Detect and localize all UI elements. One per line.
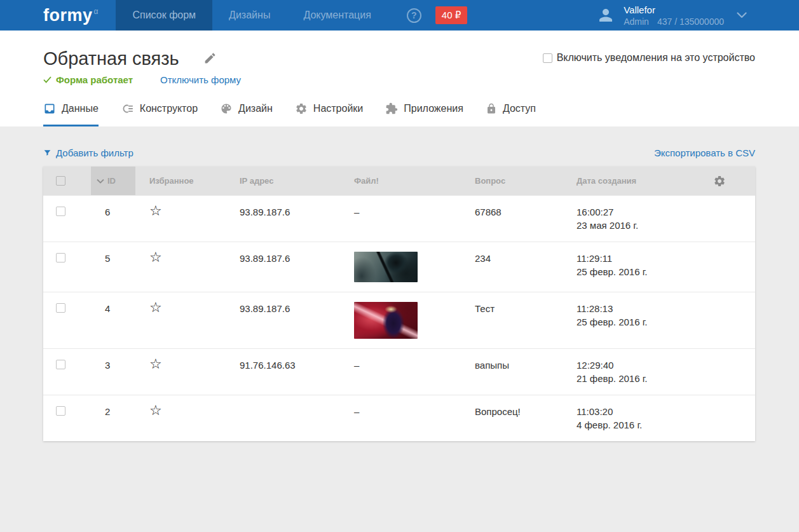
check-icon [43, 76, 51, 83]
cell-question: 67868 [461, 205, 563, 232]
nav-item-documentation[interactable]: Документация [287, 0, 387, 31]
header-col-label: Дата создания [577, 176, 636, 186]
cell-id: 6 [91, 205, 135, 232]
help-icon[interactable]: ? [407, 8, 421, 23]
user-sub: Admin 437 / 135000000 [624, 16, 724, 27]
row-checkbox-cell [43, 405, 91, 432]
header-col-file[interactable]: Файл! [340, 167, 461, 195]
row-checkbox[interactable] [56, 406, 65, 416]
columns-settings-gear-icon[interactable] [713, 175, 726, 188]
table-row[interactable]: 3 ☆ 91.76.146.63 – вапыпы 12:29:40 21 фе… [43, 348, 755, 395]
cell-date-text: 4 февр. 2016 г. [577, 418, 693, 432]
row-checkbox-cell [43, 205, 91, 232]
form-header: Обратная связь Включить уведомления на э… [0, 31, 799, 126]
cell-date-text: 21 февр. 2016 г. [577, 372, 693, 385]
cell-date: 11:29:11 25 февр. 2016 г. [563, 252, 693, 282]
header-col-label: Избранное [149, 176, 194, 186]
tab-applications[interactable]: Приложения [385, 93, 463, 126]
cell-ip: 91.76.146.63 [226, 358, 340, 385]
export-csv-link[interactable]: Экспортировать в CSV [654, 147, 755, 158]
table-row[interactable]: 5 ☆ 93.89.187.6 234 11:29:11 25 февр. 20… [43, 242, 755, 292]
favorite-star-icon[interactable]: ☆ [149, 302, 162, 313]
cell-ip: 93.89.187.6 [226, 302, 340, 339]
user-avatar-icon [596, 6, 615, 25]
add-filter-label: Добавить фильтр [56, 147, 133, 158]
file-thumbnail-dark-anime[interactable] [354, 252, 418, 282]
user-role: Admin [624, 16, 649, 27]
form-status-row: Форма работает Отключить форму [43, 74, 755, 85]
row-checkbox[interactable] [56, 207, 65, 216]
table-row[interactable]: 4 ☆ 93.89.187.6 Тест 11:28:13 25 февр. 2… [43, 292, 755, 348]
add-filter-button[interactable]: Добавить фильтр [43, 147, 133, 158]
row-checkbox[interactable] [56, 303, 65, 313]
nav-item-forms-list[interactable]: Список форм [116, 0, 212, 31]
cell-id: 2 [91, 405, 135, 432]
page-title: Обратная связь [43, 48, 179, 69]
table-row[interactable]: 6 ☆ 93.89.187.6 – 67868 16:00:27 23 мая … [43, 195, 755, 242]
balance-wrap: 40 ₽ [435, 0, 467, 31]
app-screen: formy α Список форм Дизайны Документация… [0, 0, 799, 532]
row-checkbox-cell [43, 252, 91, 282]
cell-date: 11:03:20 4 февр. 2016 г. [563, 405, 693, 432]
favorite-star-icon[interactable]: ☆ [149, 405, 162, 416]
cell-date-text: 25 февр. 2016 г. [577, 265, 693, 278]
notifications-checkbox[interactable] [543, 53, 552, 63]
enable-notifications-toggle[interactable]: Включить уведомления на это устройство [543, 52, 755, 64]
file-thumbnail-red-anime[interactable] [354, 302, 418, 339]
header-col-question[interactable]: Вопрос [461, 167, 563, 195]
cell-file-empty: – [340, 358, 461, 385]
balance-badge[interactable]: 40 ₽ [435, 6, 467, 24]
favorite-star-icon[interactable]: ☆ [149, 205, 162, 217]
cell-question: 234 [461, 252, 563, 282]
header-checkbox-cell [43, 167, 91, 195]
favorite-star-icon[interactable]: ☆ [149, 358, 162, 370]
header-columns-settings-cell [693, 167, 755, 195]
logo-text: formy [43, 6, 93, 25]
cell-time: 12:29:40 [577, 358, 693, 372]
nav-item-designs[interactable]: Дизайны [212, 0, 287, 31]
cell-ip [226, 405, 340, 432]
gear-icon [295, 102, 308, 115]
tab-design[interactable]: Дизайн [220, 93, 273, 126]
cell-time: 11:28:13 [577, 302, 693, 315]
header-col-label: IP адрес [240, 176, 273, 186]
nav-item-label: Дизайны [229, 10, 270, 21]
edit-title-icon[interactable] [203, 51, 217, 65]
tab-label: Конструктор [140, 103, 198, 114]
cell-question: вапыпы [461, 358, 563, 385]
constructor-icon [121, 102, 134, 115]
user-menu[interactable]: Vallefor Admin 437 / 135000000 [596, 0, 799, 31]
tab-access[interactable]: Доступ [486, 93, 536, 126]
table-toolbar: Добавить фильтр Экспортировать в CSV [43, 147, 755, 158]
palette-icon [220, 102, 233, 115]
disable-form-link[interactable]: Отключить форму [160, 74, 241, 85]
row-checkbox-cell [43, 358, 91, 385]
header-col-label: Вопрос [475, 176, 505, 186]
favorite-star-icon[interactable]: ☆ [149, 252, 162, 263]
tab-data[interactable]: Данные [43, 93, 99, 126]
header-col-id[interactable]: ID [91, 167, 135, 195]
row-checkbox-cell [43, 302, 91, 339]
chevron-down-icon [737, 12, 747, 18]
responses-table: ID Избранное IP адрес Файл! Вопрос Дата … [43, 167, 755, 441]
header-col-ip[interactable]: IP адрес [226, 167, 340, 195]
table-row[interactable]: 2 ☆ – Вопросец! 11:03:20 4 февр. 2016 г. [43, 395, 755, 441]
logo[interactable]: formy α [0, 0, 98, 31]
row-checkbox[interactable] [56, 253, 65, 263]
cell-file-empty: – [340, 405, 461, 432]
tab-constructor[interactable]: Конструктор [121, 93, 198, 126]
top-navigation-bar: formy α Список форм Дизайны Документация… [0, 0, 799, 31]
tab-label: Данные [62, 103, 99, 114]
header-col-date[interactable]: Дата создания [563, 167, 693, 195]
select-all-checkbox[interactable] [56, 176, 65, 186]
tab-label: Приложения [404, 103, 463, 114]
cell-time: 11:03:20 [577, 405, 693, 418]
row-checkbox[interactable] [56, 360, 65, 369]
form-tabs: Данные Конструктор Дизайн Настройки [43, 93, 755, 126]
header-col-favorite[interactable]: Избранное [135, 167, 226, 195]
tab-settings[interactable]: Настройки [295, 93, 363, 126]
sort-desc-icon [97, 179, 104, 184]
cell-time: 11:29:11 [577, 252, 693, 265]
tab-label: Дизайн [238, 103, 273, 114]
user-name: Vallefor [624, 4, 724, 16]
